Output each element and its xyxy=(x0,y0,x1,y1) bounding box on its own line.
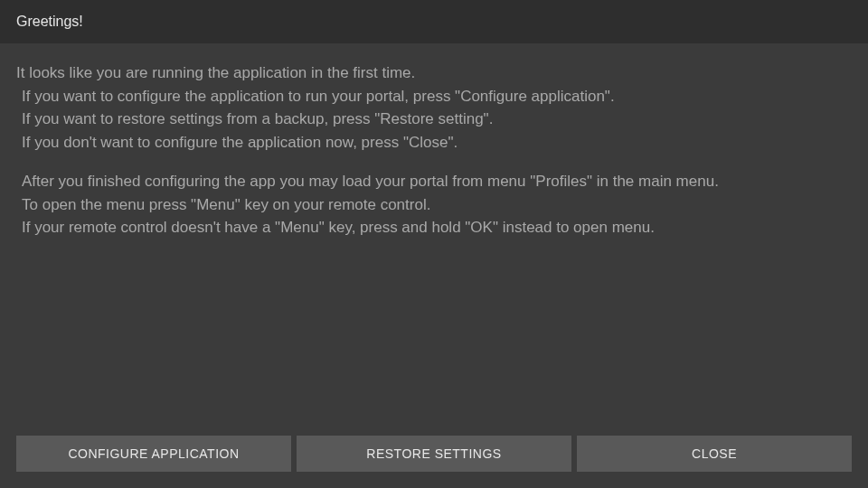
close-button[interactable]: CLOSE xyxy=(577,436,852,472)
body-line-2: If you want to configure the application… xyxy=(16,85,852,108)
dialog-button-row: CONFIGURE APPLICATION RESTORE SETTINGS C… xyxy=(16,436,852,472)
body-line-5: After you finished configuring the app y… xyxy=(16,170,852,193)
body-line-4: If you don't want to configure the appli… xyxy=(16,131,852,155)
body-line-1: It looks like you are running the applic… xyxy=(16,61,852,85)
body-line-3: If you want to restore settings from a b… xyxy=(16,108,852,131)
restore-settings-button[interactable]: RESTORE SETTINGS xyxy=(297,436,571,472)
body-line-7: If your remote control doesn't have a "M… xyxy=(16,216,852,239)
paragraph-spacer xyxy=(16,154,852,170)
body-line-6: To open the menu press "Menu" key on you… xyxy=(16,193,852,217)
dialog-title: Greetings! xyxy=(16,14,83,30)
dialog-header: Greetings! xyxy=(0,0,868,43)
configure-application-button[interactable]: CONFIGURE APPLICATION xyxy=(16,436,291,472)
dialog-body: It looks like you are running the applic… xyxy=(0,43,868,239)
